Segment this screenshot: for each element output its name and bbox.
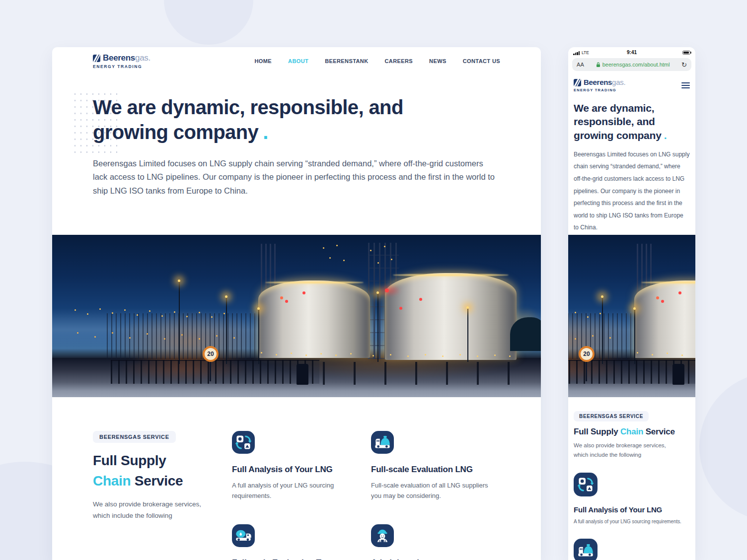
brand-name-light: gas.: [612, 78, 625, 86]
swap-shapes-icon: [232, 431, 255, 454]
lng-storage-tank: [385, 273, 517, 360]
bin-silhouette: [297, 364, 308, 385]
hero-paragraph: Beerensgas Limited focuses on LNG supply…: [93, 157, 496, 198]
battery-icon: [682, 51, 690, 55]
services-badge: BEERENSGAS SERVICE: [574, 411, 649, 421]
carrier-label: LTE: [582, 50, 589, 55]
status-time: 9:41: [627, 50, 637, 55]
service-card-title: Full Analysis of Your LNG: [574, 505, 692, 514]
service-card-description: A full analysis of your LNG sourcing req…: [574, 518, 692, 526]
page-background: Beerensgas. ENERGY TRADING HOME ABOUT BE…: [0, 0, 747, 560]
lng-tanker-truck-icon: [574, 539, 598, 560]
brand-name-bold: Beerens: [584, 78, 612, 86]
worker-icon: [371, 524, 394, 547]
services-card-grid: Full Analysis of Your LNG A full analysi…: [232, 431, 521, 560]
services-badge: BEERENSGAS SERVICE: [93, 431, 176, 443]
title-accent-dot: .: [664, 130, 667, 141]
services-intro: BEERENSGAS SERVICE Full Supply Chain Ser…: [93, 431, 232, 560]
lng-storage-tank: [634, 280, 695, 358]
services-title: Full Supply Chain Service: [574, 427, 692, 437]
service-card: Full-scale Evaluation LNG Full-scale eva…: [371, 431, 510, 501]
speed-limit-sign: 20: [203, 346, 219, 362]
mobile-status-bar: LTE 9:41: [568, 47, 695, 56]
desktop-header: Beerensgas. ENERGY TRADING HOME ABOUT BE…: [52, 47, 541, 75]
mobile-hero-section: We are dynamic, responsible, and growing…: [568, 97, 695, 234]
brand-tagline: ENERGY TRADING: [93, 64, 150, 69]
hero-section: We are dynamic, responsible, and growing…: [93, 95, 520, 198]
service-card-title: Administration: [371, 558, 510, 560]
transport-truck-icon: [232, 524, 255, 547]
services-title: Full Supply Chain Service: [93, 451, 200, 491]
mobile-browser-page: LTE 9:41 AA beerensgas.com/about.html ↻ …: [568, 47, 695, 560]
signal-strength-icon: [573, 51, 580, 55]
lng-storage-tank: [258, 280, 370, 358]
services-subtitle: We also provide brokerage services, whic…: [574, 441, 678, 460]
nav-item-careers[interactable]: CAREERS: [385, 58, 413, 64]
desktop-browser-page: Beerensgas. ENERGY TRADING HOME ABOUT BE…: [52, 47, 541, 560]
page-title: We are dynamic, responsible, and growing…: [574, 101, 685, 142]
main-nav: HOME ABOUT BEERENSTANK CAREERS NEWS CONT…: [254, 58, 500, 64]
lng-terminal-scene: 20: [568, 235, 695, 397]
services-section: BEERENSGAS SERVICE Full Supply Chain Ser…: [93, 431, 521, 560]
services-subtitle: We also provide brokerage services, whic…: [93, 499, 208, 521]
services-title-accent: Chain: [93, 473, 131, 489]
nav-item-beerenstank[interactable]: BEERENSTANK: [325, 58, 368, 64]
service-card: Full-scale Evaluation Transport Full-sca…: [232, 524, 371, 560]
decor-circle: [164, 0, 253, 45]
nav-item-about[interactable]: ABOUT: [288, 58, 308, 64]
brand-tagline: ENERGY TRADING: [574, 88, 625, 92]
hero-photo-lng-terminal: 20: [52, 235, 541, 397]
nav-item-home[interactable]: HOME: [254, 58, 272, 64]
swap-shapes-icon: [574, 473, 598, 496]
service-card: Full Analysis of Your LNG A full analysi…: [574, 473, 692, 526]
hero-photo-lng-terminal: 20: [568, 235, 695, 397]
service-card: [574, 539, 692, 560]
brand-name-light: gas.: [135, 53, 150, 63]
brand-logo[interactable]: Beerensgas. ENERGY TRADING: [93, 53, 150, 69]
services-title-accent: Chain: [620, 427, 643, 436]
reload-icon[interactable]: ↻: [681, 62, 687, 68]
mobile-header: Beerensgas. ENERGY TRADING: [568, 71, 695, 97]
service-card-title: Full-scale Evaluation Transport: [232, 558, 371, 560]
hero-paragraph: Beerensgas Limited focuses on LNG supply…: [574, 148, 690, 234]
safari-url-bar[interactable]: AA beerensgas.com/about.html ↻: [572, 58, 691, 71]
trees-silhouette: [510, 317, 541, 351]
lng-terminal-scene: 20: [52, 235, 541, 397]
bin-silhouette: [672, 364, 684, 385]
service-card-title: Full Analysis of Your LNG: [232, 465, 371, 475]
brand-name-bold: Beerens: [103, 53, 135, 63]
service-card-title: Full-scale Evaluation LNG: [371, 465, 510, 475]
service-card: Full Analysis of Your LNG A full analysi…: [232, 431, 371, 501]
url-text: beerensgas.com/about.html: [602, 62, 670, 68]
brand-logo[interactable]: Beerensgas. ENERGY TRADING: [574, 78, 625, 92]
nav-item-contact-us[interactable]: CONTACT US: [463, 58, 500, 64]
decor-circle: [699, 372, 747, 521]
service-card-description: Full-scale evaluation of all LNG supplie…: [371, 480, 499, 501]
brand-logo-icon: [574, 79, 581, 86]
lock-icon: [596, 62, 600, 68]
speed-limit-sign: 20: [579, 346, 595, 362]
service-card: Administration Administration of Express…: [371, 524, 510, 560]
title-accent-dot: .: [263, 121, 268, 143]
lng-tanker-truck-icon: [371, 431, 394, 454]
address-field[interactable]: beerensgas.com/about.html: [584, 62, 681, 68]
reader-aa-button[interactable]: AA: [577, 62, 584, 68]
service-card-description: A full analysis of your LNG sourcing req…: [232, 480, 360, 501]
brand-logo-icon: [93, 55, 100, 62]
page-title: We are dynamic, responsible, and growing…: [93, 95, 475, 145]
mobile-services-section: BEERENSGAS SERVICE Full Supply Chain Ser…: [574, 411, 692, 560]
hamburger-menu-icon[interactable]: [681, 81, 690, 89]
nav-item-news[interactable]: NEWS: [429, 58, 447, 64]
